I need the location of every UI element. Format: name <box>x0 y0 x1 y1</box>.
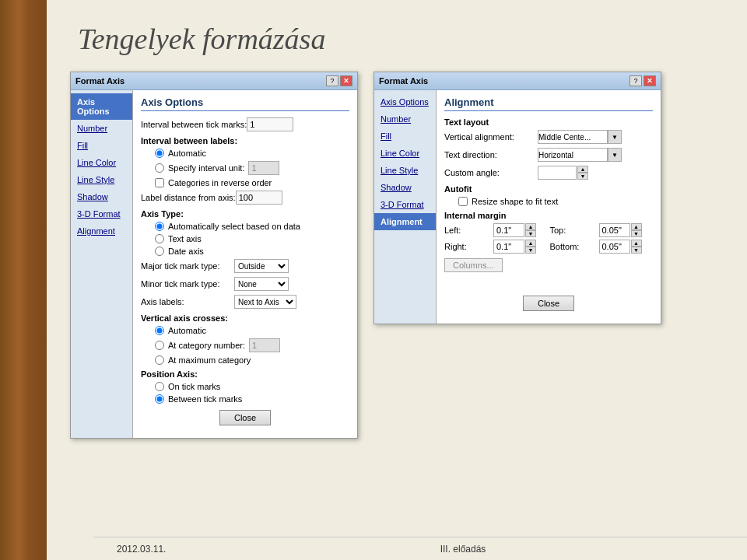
radio-date-axis-row: Date axis <box>141 247 349 256</box>
vertical-align-arrow[interactable]: ▼ <box>608 130 622 144</box>
left-up[interactable]: ▲ <box>525 223 536 230</box>
interval-ticks-label: Interval between tick marks: <box>141 120 247 129</box>
radio-specify[interactable] <box>155 163 164 173</box>
dialog1-sidebar: Axis Options Number Fill Line Color Line… <box>71 90 133 438</box>
vertical-align-label: Vertical alignment: <box>444 132 538 142</box>
dialog2-close-button[interactable]: ✕ <box>644 75 656 86</box>
sidebar2-item-line-style[interactable]: Line Style <box>374 162 436 179</box>
dialog1-close-button[interactable]: ✕ <box>340 75 352 86</box>
top-label: Top: <box>550 226 597 235</box>
resize-label: Resize shape to fit text <box>472 197 558 206</box>
radio-date-axis[interactable] <box>155 247 164 256</box>
radio-automatic-label: Automatic <box>168 149 206 158</box>
vertical-align-input[interactable] <box>538 130 608 144</box>
top-input[interactable] <box>599 223 630 237</box>
axis-type-title: Axis Type: <box>141 209 349 219</box>
sidebar-item-alignment[interactable]: Alignment <box>71 222 132 240</box>
major-tick-dropdown[interactable]: Outside <box>234 259 289 273</box>
resize-checkbox[interactable] <box>458 197 468 206</box>
custom-angle-spin: ▲ ▼ <box>538 166 588 180</box>
columns-button[interactable]: Columns... <box>444 258 503 272</box>
text-direction-arrow[interactable]: ▼ <box>608 148 622 162</box>
sidebar2-item-3d-format[interactable]: 3-D Format <box>374 196 436 213</box>
sidebar-item-number[interactable]: Number <box>71 120 132 137</box>
sidebar-item-line-style[interactable]: Line Style <box>71 171 132 188</box>
left-spin: ▲ ▼ <box>493 223 548 237</box>
sidebar-item-shadow[interactable]: Shadow <box>71 188 132 205</box>
sidebar2-item-alignment[interactable]: Alignment <box>374 213 436 230</box>
bottom-up[interactable]: ▲ <box>631 240 642 247</box>
custom-angle-label: Custom angle: <box>444 168 538 177</box>
sidebar-item-3d-format[interactable]: 3-D Format <box>71 205 132 222</box>
category-number-input[interactable] <box>249 338 280 352</box>
radio-auto-cross[interactable] <box>155 326 164 335</box>
reverse-order-label: Categories in reverse order <box>168 178 272 187</box>
right-input[interactable] <box>493 240 524 254</box>
custom-angle-down[interactable]: ▼ <box>577 173 588 180</box>
dialog2-help-button[interactable]: ? <box>630 75 642 86</box>
dialog2-close-btn[interactable]: Close <box>523 296 574 311</box>
radio-auto-cross-row: Automatic <box>141 326 349 335</box>
footer-date: 2012.03.11. <box>117 544 166 555</box>
axis-labels-dropdown[interactable]: Next to Axis <box>234 295 296 309</box>
top-down[interactable]: ▼ <box>631 230 642 237</box>
dialog1-close-btn[interactable]: Close <box>219 410 271 425</box>
sidebar2-item-line-color[interactable]: Line Color <box>374 145 436 162</box>
minor-tick-dropdown[interactable]: None <box>234 277 289 291</box>
sidebar2-item-fill[interactable]: Fill <box>374 128 436 145</box>
radio-on-tick[interactable] <box>155 382 164 391</box>
sidebar2-item-shadow[interactable]: Shadow <box>374 179 436 196</box>
radio-text-axis-label: Text axis <box>168 234 202 243</box>
dialog2-titlebar: Format Axis ? ✕ <box>374 72 661 90</box>
radio-max-category[interactable] <box>155 355 164 365</box>
custom-angle-up[interactable]: ▲ <box>577 166 588 173</box>
text-layout-title: Text layout <box>444 117 653 127</box>
minor-tick-select[interactable]: None <box>234 277 289 291</box>
left-down[interactable]: ▼ <box>525 230 536 237</box>
specify-input[interactable] <box>248 161 279 175</box>
radio-category-number[interactable] <box>155 341 164 350</box>
interval-ticks-input[interactable]: 1 <box>247 117 293 131</box>
text-direction-dropdown[interactable]: ▼ <box>538 148 622 162</box>
text-direction-input[interactable] <box>538 148 608 162</box>
vertical-align-dropdown[interactable]: ▼ <box>538 130 622 144</box>
right-up[interactable]: ▲ <box>525 240 536 247</box>
major-tick-label: Major tick mark type: <box>141 261 234 271</box>
format-axis-dialog-1: Format Axis ? ✕ Axis Options Number Fill… <box>70 72 358 439</box>
sidebar-item-line-color[interactable]: Line Color <box>71 154 132 171</box>
footer-lecture: III. előadás <box>440 544 486 555</box>
radio-between-tick-label: Between tick marks <box>168 394 242 404</box>
custom-angle-input[interactable] <box>538 166 577 180</box>
resize-row: Resize shape to fit text <box>444 197 653 206</box>
radio-automatic[interactable] <box>155 149 164 158</box>
text-direction-label: Text direction: <box>444 150 538 159</box>
left-input[interactable] <box>493 223 524 237</box>
main-content: Tengelyek formázása Format Axis ? ✕ Axis… <box>47 0 747 560</box>
radio-between-tick[interactable] <box>155 394 164 404</box>
reverse-order-checkbox[interactable] <box>155 178 164 187</box>
dialog2-body: Axis Options Number Fill Line Color Line… <box>374 90 661 324</box>
minor-tick-label: Minor tick mark type: <box>141 279 234 289</box>
right-down[interactable]: ▼ <box>525 247 536 254</box>
bottom-down[interactable]: ▼ <box>631 247 642 254</box>
bottom-input[interactable] <box>599 240 630 254</box>
titlebar-buttons-1: ? ✕ <box>326 75 352 86</box>
radio-automatic-row: Automatic <box>141 149 349 158</box>
sidebar-item-axis-options[interactable]: Axis Options <box>71 93 132 120</box>
radio-category-number-row: At category number: <box>141 338 349 352</box>
radio-text-axis[interactable] <box>155 234 164 243</box>
top-spinbtns: ▲ ▼ <box>631 223 642 237</box>
label-distance-row: Label distance from axis: <box>141 191 349 205</box>
label-distance-input[interactable] <box>236 191 282 205</box>
major-tick-select[interactable]: Outside <box>234 259 289 273</box>
axis-labels-select[interactable]: Next to Axis <box>234 295 296 309</box>
dialog2-sidebar: Axis Options Number Fill Line Color Line… <box>374 90 437 324</box>
sidebar-item-fill[interactable]: Fill <box>71 137 132 154</box>
axis-labels-label: Axis labels: <box>141 297 234 306</box>
top-up[interactable]: ▲ <box>631 223 642 230</box>
dialog1-help-button[interactable]: ? <box>326 75 338 86</box>
sidebar2-item-number[interactable]: Number <box>374 110 436 128</box>
radio-auto-select[interactable] <box>155 222 164 231</box>
dialog1-panel-title: Axis Options <box>141 96 349 111</box>
sidebar2-item-axis-options[interactable]: Axis Options <box>374 93 436 110</box>
